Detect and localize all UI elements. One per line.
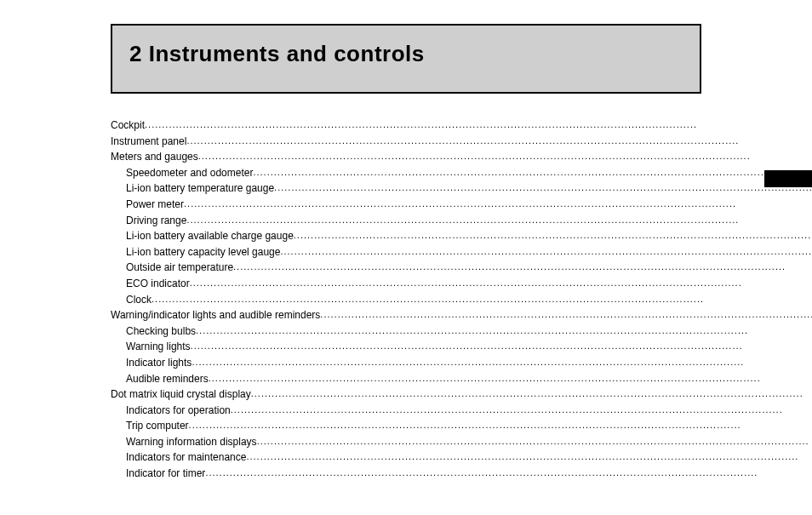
- toc-label-text: Li-ion battery capacity level gauge: [126, 244, 280, 260]
- toc-leader-dots: ........................................…: [294, 228, 812, 244]
- toc-label-text: Meters and gauges: [111, 149, 198, 165]
- toc-label-text: Warning/indicator lights and audible rem…: [111, 307, 320, 323]
- toc-columns: Cockpit ................................…: [111, 117, 701, 482]
- toc-entry-label: Indicators for operation ...............…: [126, 403, 812, 419]
- toc-entry-label: Indicator lights .......................…: [126, 355, 812, 371]
- toc-entry-label: Instrument panel .......................…: [111, 134, 812, 150]
- chapter-title: 2 Instruments and controls: [129, 41, 683, 67]
- toc-column-left: Cockpit ................................…: [111, 117, 812, 482]
- toc-leader-dots: ........................................…: [274, 180, 812, 197]
- toc-label-text: ECO indicator: [126, 276, 190, 292]
- toc-leader-dots: ........................................…: [198, 149, 812, 165]
- toc-entry-label: Indicator for timer ....................…: [126, 466, 812, 482]
- toc-row: Power meter ............................…: [111, 197, 812, 213]
- toc-label-text: Indicators for maintenance: [126, 449, 246, 466]
- toc-row: Warning information displays ...........…: [111, 434, 812, 450]
- toc-label-text: Warning lights: [126, 339, 191, 355]
- chapter-title-box: 2 Instruments and controls: [111, 24, 701, 94]
- toc-entry-label: Warning information displays ...........…: [126, 434, 812, 450]
- toc-row: Li-ion battery capacity level gauge ....…: [111, 244, 812, 260]
- toc-leader-dots: ........................................…: [186, 134, 812, 150]
- toc-leader-dots: ........................................…: [251, 386, 812, 403]
- toc-label-text: Li-ion battery temperature gauge: [126, 180, 274, 197]
- toc-entry-label: ECO indicator ..........................…: [126, 276, 812, 292]
- toc-row: Indicators for operation ...............…: [111, 403, 812, 419]
- toc-row: Indicator lights .......................…: [111, 355, 812, 371]
- toc-row: Indicators for maintenance .............…: [111, 449, 812, 466]
- toc-row: Instrument panel .......................…: [111, 134, 812, 150]
- toc-leader-dots: ........................................…: [191, 339, 812, 355]
- toc-entry-label: Outside air temperature ................…: [126, 260, 812, 276]
- toc-entry-label: Meters and gauges ......................…: [111, 149, 812, 165]
- toc-label-text: Trip computer: [126, 418, 189, 434]
- toc-row: Trip computer ..........................…: [111, 418, 812, 434]
- toc-leader-dots: ........................................…: [190, 276, 812, 292]
- toc-leader-dots: ........................................…: [189, 418, 812, 434]
- toc-row: Outside air temperature ................…: [111, 260, 812, 276]
- toc-row: Speedometer and odometer ...............…: [111, 165, 812, 181]
- toc-label-text: Warning information displays: [126, 434, 257, 450]
- toc-entry-label: Li-ion battery temperature gauge .......…: [126, 180, 812, 197]
- toc-row: Li-ion battery temperature gauge .......…: [111, 180, 812, 197]
- toc-leader-dots: ........................................…: [253, 165, 812, 181]
- toc-label-text: Indicator for timer: [126, 466, 205, 482]
- toc-entry-label: Warning lights .........................…: [126, 339, 812, 355]
- toc-entry-label: Dot matrix liquid crystal display ......…: [111, 386, 812, 403]
- toc-label-text: Speedometer and odometer: [126, 165, 253, 181]
- toc-leader-dots: ........................................…: [209, 371, 812, 387]
- toc-row: Driving range ..........................…: [111, 213, 812, 229]
- toc-entry-label: Trip computer ..........................…: [126, 418, 812, 434]
- toc-row: Audible reminders ......................…: [111, 371, 812, 387]
- toc-leader-dots: ........................................…: [205, 466, 812, 482]
- toc-row: Cockpit ................................…: [111, 117, 812, 134]
- toc-row: Dot matrix liquid crystal display ......…: [111, 386, 812, 403]
- toc-label-text: Clock: [126, 292, 152, 308]
- toc-entry-label: Audible reminders ......................…: [126, 371, 812, 387]
- toc-label-text: Outside air temperature: [126, 260, 233, 276]
- toc-entry-label: Clock ..................................…: [126, 292, 812, 308]
- toc-leader-dots: ........................................…: [231, 403, 812, 419]
- toc-entry-label: Warning/indicator lights and audible rem…: [111, 307, 812, 323]
- toc-leader-dots: ........................................…: [152, 292, 812, 308]
- toc-row: Warning/indicator lights and audible rem…: [111, 307, 812, 323]
- toc-leader-dots: ........................................…: [257, 434, 812, 450]
- toc-label-text: Dot matrix liquid crystal display: [111, 386, 251, 403]
- toc-row: Indicator for timer ....................…: [111, 466, 812, 482]
- toc-leader-dots: ........................................…: [196, 323, 812, 340]
- toc-label-text: Cockpit: [111, 117, 145, 134]
- toc-entry-label: Li-ion battery available charge gauge ..…: [126, 228, 812, 244]
- toc-row: Li-ion battery available charge gauge ..…: [111, 228, 812, 244]
- toc-label-text: Power meter: [126, 197, 184, 213]
- toc-entry-label: Cockpit ................................…: [111, 117, 812, 134]
- toc-row: Checking bulbs .........................…: [111, 323, 812, 340]
- toc-row: Meters and gauges ......................…: [111, 149, 812, 165]
- toc-leader-dots: ........................................…: [246, 449, 812, 466]
- toc-leader-dots: ........................................…: [192, 355, 812, 371]
- document-page: 2 Instruments and controls Cockpit .....…: [0, 0, 812, 515]
- toc-label-text: Checking bulbs: [126, 323, 196, 340]
- toc-entry-label: Speedometer and odometer ...............…: [126, 165, 812, 181]
- toc-label-text: Indicator lights: [126, 355, 192, 371]
- toc-label-text: Instrument panel: [111, 134, 186, 150]
- toc-entry-label: Power meter ............................…: [126, 197, 812, 213]
- toc-label-text: Driving range: [126, 213, 186, 229]
- toc-entry-label: Li-ion battery capacity level gauge ....…: [126, 244, 812, 260]
- toc-leader-dots: ........................................…: [280, 244, 812, 260]
- toc-entry-label: Driving range ..........................…: [126, 213, 812, 229]
- toc-label-text: Indicators for operation: [126, 403, 231, 419]
- toc-row: Warning lights .........................…: [111, 339, 812, 355]
- toc-leader-dots: ........................................…: [184, 197, 812, 213]
- toc-leader-dots: ........................................…: [186, 213, 812, 229]
- toc-label-text: Li-ion battery available charge gauge: [126, 228, 294, 244]
- toc-label-text: Audible reminders: [126, 371, 209, 387]
- toc-row: Clock ..................................…: [111, 292, 812, 308]
- toc-entry-label: Checking bulbs .........................…: [126, 323, 812, 340]
- toc-row: ECO indicator ..........................…: [111, 276, 812, 292]
- toc-leader-dots: ........................................…: [233, 260, 812, 276]
- toc-leader-dots: ........................................…: [145, 117, 812, 134]
- toc-leader-dots: ........................................…: [320, 307, 812, 323]
- toc-entry-label: Indicators for maintenance .............…: [126, 449, 812, 466]
